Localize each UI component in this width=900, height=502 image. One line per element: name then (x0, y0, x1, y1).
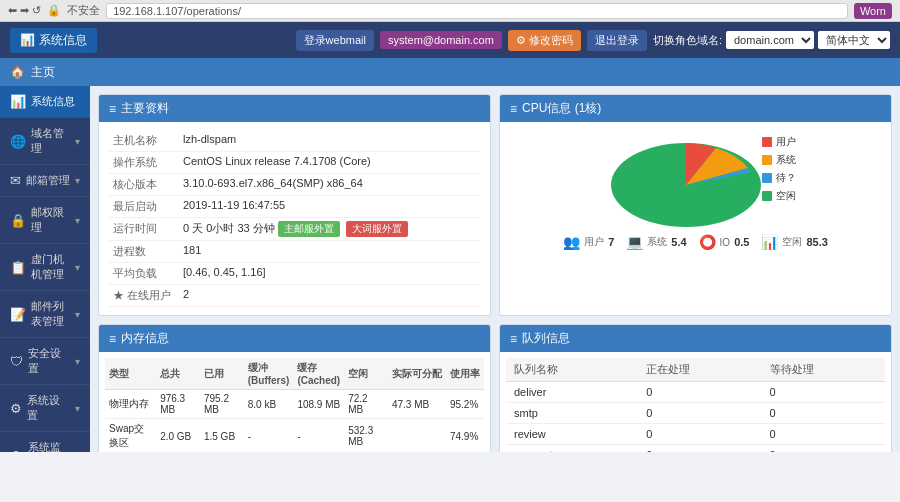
grid-icon: 📋 (10, 260, 26, 275)
queue-proc-deliver: 0 (638, 382, 761, 403)
sidebar-item-system-info[interactable]: 📊 系统信息 (0, 86, 90, 118)
col-cached: 缓存(Cached) (293, 358, 344, 390)
sidebar-item-permission[interactable]: 🔒 邮权限理 ▾ (0, 197, 90, 244)
label-lastboot: 最后启动 (109, 196, 179, 218)
mem-type-swap: Swap交换区 (105, 419, 156, 453)
sidebar-item-label: 系统设置 (27, 393, 70, 423)
info-icon: ≡ (109, 102, 116, 116)
cpu-stat-system: 💻 系统 5.4 (626, 234, 686, 250)
queue-icon: ≡ (510, 332, 517, 346)
io-legend-label: 待？ (776, 171, 796, 185)
label-uptime: 运行时间 (109, 218, 179, 241)
queue-wait-deliver: 0 (762, 382, 885, 403)
login-webmail-btn[interactable]: 登录webmail (296, 30, 374, 51)
legend-system: 系统 (762, 153, 796, 167)
sidebar-item-label: 虚门机机管理 (31, 252, 70, 282)
cpu-stat-user-label: 用户 (584, 235, 604, 249)
label-hostname: 主机名称 (109, 130, 179, 152)
value-hostname: lzh-dlspam (179, 130, 480, 152)
sidebar-item-monitor[interactable]: 👁 系统监护 ▾ (0, 432, 90, 452)
cpu-icon: ≡ (510, 102, 517, 116)
chevron-down-icon: ▾ (75, 356, 80, 367)
domain-select[interactable]: domain.com (726, 31, 814, 49)
cpu-idle-value: 85.3 (806, 236, 827, 248)
queue-name-deliver: deliver (506, 382, 638, 403)
label-online-users: ★ 在线用户 (109, 285, 179, 307)
sidebar-item-mail[interactable]: ✉ 邮箱管理 ▾ (0, 165, 90, 197)
logo-icon: 📊 (20, 33, 35, 47)
breadcrumb-home[interactable]: 主页 (31, 64, 55, 81)
cpu-system-value: 5.4 (671, 236, 686, 248)
queue-info-card: ≡ 队列信息 队列名称 正在处理 等待处理 (499, 324, 892, 452)
value-kernel: 3.10.0-693.el7.x86_64(SMP) x86_64 (179, 174, 480, 196)
col-free: 空闲 (344, 358, 388, 390)
main-info-body: 主机名称 lzh-dlspam 操作系统 CentOS Linux releas… (99, 122, 490, 315)
cpu-io-value: 0.5 (734, 236, 749, 248)
mem-cached-swap: - (293, 419, 344, 453)
memory-info-card: ≡ 内存信息 类型 总共 已用 缓冲(Buffers) 缓存(Cached) (98, 324, 491, 452)
table-row: ★ 在线用户 2 (109, 285, 480, 307)
system-legend-dot (762, 155, 772, 165)
col-usage: 使用率 (446, 358, 484, 390)
domain-label: 切换角色域名: (653, 33, 722, 48)
user-btn[interactable]: system@domain.com (380, 31, 502, 49)
sidebar-item-list[interactable]: 📝 邮件列表管理 ▾ (0, 291, 90, 338)
table-row: 物理内存 976.3 MB 795.2 MB 8.0 kB 108.9 MB 7… (105, 390, 484, 419)
sidebar-item-label: 安全设置 (28, 346, 70, 376)
queue-info-title: 队列信息 (522, 330, 570, 347)
sidebar-item-label: 域名管理 (31, 126, 70, 156)
user-legend-label: 用户 (776, 135, 796, 149)
queue-name-review: review (506, 424, 638, 445)
mem-usage-physical: 95.2% (446, 390, 484, 419)
mem-total-physical: 976.3 MB (156, 390, 200, 419)
sidebar-item-label: 系统监护 (28, 440, 70, 452)
mem-usage-swap: 74.9% (446, 419, 484, 453)
sidebar-item-domain[interactable]: 🌐 域名管理 ▾ (0, 118, 90, 165)
chevron-down-icon: ▾ (75, 450, 80, 453)
gear-icon: ⚙ (10, 401, 22, 416)
queue-name-sequester: sequester (506, 445, 638, 453)
memory-info-body: 类型 总共 已用 缓冲(Buffers) 缓存(Cached) 空闲 实际可分配… (99, 352, 490, 452)
security-text: 不安全 (67, 3, 100, 18)
queue-table: 队列名称 正在处理 等待处理 deliver 0 0 (506, 358, 885, 452)
user-legend-dot (762, 137, 772, 147)
sidebar-item-security[interactable]: 🛡 安全设置 ▾ (0, 338, 90, 385)
table-row: 进程数 181 (109, 241, 480, 263)
lock-icon: 🔒 (10, 213, 26, 228)
legend-idle: 空闲 (762, 189, 796, 203)
label-kernel: 核心版本 (109, 174, 179, 196)
cpu-info-body: 用户 系统 待？ 空闲 (500, 122, 891, 258)
settings-btn[interactable]: ⚙ 修改密码 (508, 30, 581, 51)
logout-btn[interactable]: 退出登录 (587, 30, 647, 51)
primary-smtp-btn[interactable]: 主邮服外置 (278, 221, 340, 237)
chevron-down-icon: ▾ (75, 403, 80, 414)
sidebar: 📊 系统信息 🌐 域名管理 ▾ ✉ 邮箱管理 ▾ 🔒 邮权限理 ▾ 📋 虚门机机… (0, 86, 90, 452)
mem-avail-physical: 47.3 MB (388, 390, 446, 419)
language-select[interactable]: 简体中文 (818, 31, 890, 49)
sidebar-item-vdomain[interactable]: 📋 虚门机机管理 ▾ (0, 244, 90, 291)
secondary-smtp-btn[interactable]: 大词服外置 (346, 221, 408, 237)
shield-icon: 🛡 (10, 354, 23, 369)
content-area: ≡ 主要资料 主机名称 lzh-dlspam 操作系统 CentOS Linux… (90, 86, 900, 452)
label-process: 进程数 (109, 241, 179, 263)
system-info-icon: 📊 (10, 94, 26, 109)
col-total: 总共 (156, 358, 200, 390)
mem-type-physical: 物理内存 (105, 390, 156, 419)
sidebar-item-sysconfig[interactable]: ⚙ 系统设置 ▾ (0, 385, 90, 432)
cpu-stat-idle-label: 空闲 (782, 235, 802, 249)
col-type: 类型 (105, 358, 156, 390)
col-buffers: 缓冲(Buffers) (244, 358, 294, 390)
main-info-card: ≡ 主要资料 主机名称 lzh-dlspam 操作系统 CentOS Linux… (98, 94, 491, 316)
content-grid: ≡ 主要资料 主机名称 lzh-dlspam 操作系统 CentOS Linux… (98, 94, 892, 452)
table-row: 最后启动 2019-11-19 16:47:55 (109, 196, 480, 218)
chevron-down-icon: ▾ (75, 262, 80, 273)
list-icon: 📝 (10, 307, 26, 322)
main-info-title: 主要资料 (121, 100, 169, 117)
value-online-users: 2 (179, 285, 480, 307)
browser-controls: ⬅ ➡ ↺ (8, 4, 41, 17)
queue-wait-review: 0 (762, 424, 885, 445)
table-row: Swap交换区 2.0 GB 1.5 GB - - 532.3 MB 74.9% (105, 419, 484, 453)
legend-io: 待？ (762, 171, 796, 185)
header-right: 登录webmail system@domain.com ⚙ 修改密码 退出登录 … (296, 30, 890, 51)
cpu-legend: 用户 系统 待？ 空闲 (762, 135, 796, 207)
